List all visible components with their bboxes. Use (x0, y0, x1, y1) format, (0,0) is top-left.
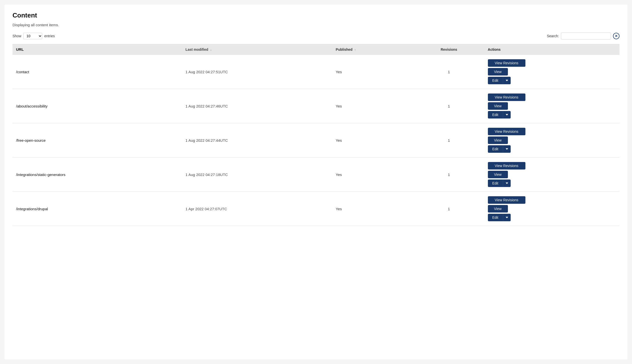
show-entries-group: Show 10 25 50 100 entries (13, 33, 55, 39)
view-button[interactable]: View (488, 136, 508, 144)
table-row: /about/accessibility 1 Aug 2022 04:27:46… (13, 89, 619, 123)
modified-cell: 1 Aug 2022 04:27:44UTC (182, 123, 332, 158)
page-container: Content Displaying all content items. Sh… (5, 4, 627, 360)
col-url: URL (13, 44, 182, 55)
col-revisions: Revisions (414, 44, 484, 55)
edit-button-group: Edit (488, 145, 511, 153)
table-row: /integrations/drupal 1 Apr 2022 04:27:07… (13, 192, 619, 226)
edit-button-group: Edit (488, 214, 511, 221)
content-table: URL Last modified ↓ Published ↑ Revision… (13, 44, 619, 226)
revisions-cell: 1 (414, 123, 484, 158)
actions-group: View Revisions View Edit (488, 59, 616, 84)
show-label: Show (13, 34, 21, 38)
modified-cell: 1 Aug 2022 04:27:46UTC (182, 89, 332, 123)
sort-arrows-modified: ↓ (210, 48, 212, 51)
actions-cell: View Revisions View Edit (484, 192, 619, 226)
header-row: URL Last modified ↓ Published ↑ Revision… (13, 44, 619, 55)
url-cell: /integrations/drupal (13, 192, 182, 226)
edit-button[interactable]: Edit (488, 180, 503, 187)
clear-search-button[interactable]: ✕ (613, 33, 619, 39)
search-label: Search: (547, 34, 559, 38)
table-row: /integrations/static-generators 1 Aug 20… (13, 158, 619, 192)
table-row: /free-open-source 1 Aug 2022 04:27:44UTC… (13, 123, 619, 158)
modified-cell: 1 Aug 2022 04:27:18UTC (182, 158, 332, 192)
revisions-cell: 1 (414, 89, 484, 123)
actions-cell: View Revisions View Edit (484, 55, 619, 89)
search-row: Search: ✕ (547, 32, 619, 40)
edit-button-group: Edit (488, 111, 511, 118)
edit-button[interactable]: Edit (488, 214, 503, 221)
edit-dropdown-button[interactable] (503, 111, 511, 118)
url-cell: /about/accessibility (13, 89, 182, 123)
edit-dropdown-button[interactable] (503, 180, 511, 187)
edit-dropdown-button[interactable] (503, 214, 511, 221)
published-cell: Yes (332, 158, 414, 192)
actions-group: View Revisions View Edit (488, 162, 616, 187)
edit-dropdown-button[interactable] (503, 77, 511, 84)
edit-button[interactable]: Edit (488, 77, 503, 84)
actions-cell: View Revisions View Edit (484, 123, 619, 158)
entries-label: entries (44, 34, 55, 38)
revisions-cell: 1 (414, 55, 484, 89)
actions-group: View Revisions View Edit (488, 196, 616, 221)
chevron-down-icon (506, 182, 508, 184)
chevron-down-icon (506, 80, 508, 81)
table-body: /contact 1 Aug 2022 04:27:51UTC Yes 1 Vi… (13, 55, 619, 226)
edit-button[interactable]: Edit (488, 111, 503, 118)
modified-cell: 1 Aug 2022 04:27:51UTC (182, 55, 332, 89)
actions-cell: View Revisions View Edit (484, 89, 619, 123)
controls-row: Show 10 25 50 100 entries Search: ✕ (13, 32, 619, 40)
view-button[interactable]: View (488, 171, 508, 178)
published-cell: Yes (332, 123, 414, 158)
chevron-down-icon (506, 114, 508, 116)
published-cell: Yes (332, 192, 414, 226)
edit-button-group: Edit (488, 77, 511, 84)
view-revisions-button[interactable]: View Revisions (488, 196, 525, 204)
modified-cell: 1 Apr 2022 04:27:07UTC (182, 192, 332, 226)
search-input[interactable] (561, 32, 611, 40)
actions-group: View Revisions View Edit (488, 128, 616, 153)
revisions-cell: 1 (414, 192, 484, 226)
chevron-down-icon (506, 148, 508, 150)
col-last-modified[interactable]: Last modified ↓ (182, 44, 332, 55)
subtitle: Displaying all content items. (13, 23, 619, 27)
entries-select[interactable]: 10 25 50 100 (23, 33, 42, 39)
view-revisions-button[interactable]: View Revisions (488, 59, 525, 67)
view-button[interactable]: View (488, 102, 508, 110)
table-header: URL Last modified ↓ Published ↑ Revision… (13, 44, 619, 55)
view-revisions-button[interactable]: View Revisions (488, 94, 525, 101)
published-cell: Yes (332, 55, 414, 89)
view-button[interactable]: View (488, 205, 508, 212)
edit-dropdown-button[interactable] (503, 145, 511, 153)
table-row: /contact 1 Aug 2022 04:27:51UTC Yes 1 Vi… (13, 55, 619, 89)
page-title: Content (13, 12, 619, 19)
view-button[interactable]: View (488, 68, 508, 76)
published-cell: Yes (332, 89, 414, 123)
url-cell: /integrations/static-generators (13, 158, 182, 192)
actions-group: View Revisions View Edit (488, 94, 616, 118)
view-revisions-button[interactable]: View Revisions (488, 162, 525, 170)
chevron-down-icon (506, 217, 508, 218)
edit-button-group: Edit (488, 180, 511, 187)
actions-cell: View Revisions View Edit (484, 158, 619, 192)
url-cell: /contact (13, 55, 182, 89)
col-published[interactable]: Published ↑ (332, 44, 414, 55)
url-cell: /free-open-source (13, 123, 182, 158)
sort-arrows-published: ↑ (355, 48, 356, 51)
view-revisions-button[interactable]: View Revisions (488, 128, 525, 135)
clear-search-icon: ✕ (615, 34, 618, 38)
col-actions: Actions (484, 44, 619, 55)
edit-button[interactable]: Edit (488, 145, 503, 153)
revisions-cell: 1 (414, 158, 484, 192)
